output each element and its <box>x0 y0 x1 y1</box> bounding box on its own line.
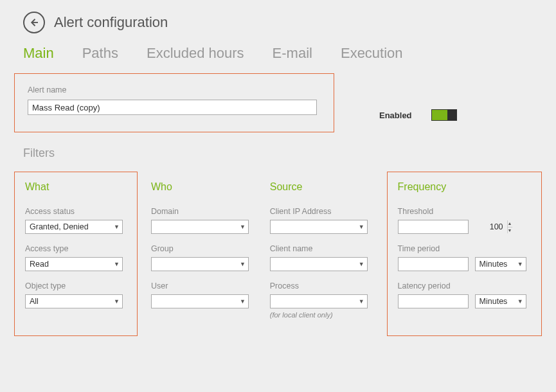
arrow-left-icon <box>28 17 40 28</box>
access-type-label: Access type <box>25 244 127 253</box>
threshold-label: Threshold <box>398 207 531 216</box>
alert-name-card: Alert name <box>14 73 334 132</box>
group-select[interactable]: ▼ <box>151 257 249 271</box>
latency-period-unit-select[interactable]: Minutes ▼ <box>475 294 526 308</box>
threshold-input[interactable] <box>399 220 507 233</box>
process-label: Process <box>270 281 373 290</box>
client-ip-label: Client IP Address <box>270 207 373 216</box>
enabled-toggle[interactable] <box>431 109 457 121</box>
object-type-select[interactable]: All ▼ <box>25 294 123 308</box>
object-type-label: Object type <box>25 281 127 290</box>
client-name-select[interactable]: ▼ <box>270 257 368 271</box>
domain-label: Domain <box>151 207 255 216</box>
group-label: Group <box>151 244 255 253</box>
time-period-unit-select[interactable]: Minutes ▼ <box>475 257 526 271</box>
access-type-value: Read <box>30 260 49 269</box>
tab-main[interactable]: Main <box>23 45 54 62</box>
access-status-select[interactable]: Granted, Denied ▼ <box>25 220 123 234</box>
back-button[interactable] <box>23 12 45 33</box>
client-ip-select[interactable]: ▼ <box>270 220 368 234</box>
page-title: Alert configuration <box>54 14 168 31</box>
domain-select[interactable]: ▼ <box>151 220 249 234</box>
user-label: User <box>151 281 255 290</box>
latency-period-spinner[interactable]: ▲ ▼ <box>398 294 469 308</box>
time-period-label: Time period <box>398 244 531 253</box>
tab-excluded-hours[interactable]: Excluded hours <box>147 45 244 62</box>
client-name-label: Client name <box>270 244 373 253</box>
chevron-down-icon: ▼ <box>359 261 364 267</box>
chevron-down-icon: ▼ <box>517 298 523 305</box>
what-title: What <box>25 181 127 193</box>
enabled-row: Enabled <box>379 98 457 132</box>
alert-name-label: Alert name <box>28 85 321 94</box>
tab-execution[interactable]: Execution <box>341 45 403 62</box>
chevron-down-icon: ▼ <box>517 261 523 267</box>
spinner-down-icon[interactable]: ▼ <box>508 227 512 234</box>
frequency-section: Frequency Threshold ▲ ▼ Time period <box>387 172 542 336</box>
chevron-down-icon: ▼ <box>114 261 120 267</box>
alert-name-input[interactable] <box>28 100 317 115</box>
object-type-value: All <box>30 297 39 306</box>
spinner-up-icon[interactable]: ▲ <box>508 220 512 227</box>
process-footnote: (for local client only) <box>270 311 373 319</box>
time-period-spinner[interactable]: ▲ ▼ <box>398 257 469 271</box>
time-period-unit-value: Minutes <box>480 260 508 269</box>
chevron-down-icon: ▼ <box>240 261 246 267</box>
chevron-down-icon: ▼ <box>240 224 246 230</box>
chevron-down-icon: ▼ <box>359 298 364 305</box>
source-title: Source <box>270 181 373 193</box>
access-status-label: Access status <box>25 207 127 216</box>
chevron-down-icon: ▼ <box>359 224 364 230</box>
what-section: What Access status Granted, Denied ▼ Acc… <box>14 172 138 336</box>
latency-period-label: Latency period <box>398 281 531 290</box>
tab-paths[interactable]: Paths <box>82 45 118 62</box>
who-section: Who Domain ▼ Group ▼ User ▼ <box>149 172 256 336</box>
chevron-down-icon: ▼ <box>114 224 120 230</box>
chevron-down-icon: ▼ <box>114 298 120 305</box>
filters-heading: Filters <box>23 147 542 160</box>
source-section: Source Client IP Address ▼ Client name ▼… <box>268 172 375 336</box>
tab-email[interactable]: E-mail <box>273 45 312 62</box>
latency-period-unit-value: Minutes <box>480 297 508 306</box>
chevron-down-icon: ▼ <box>240 298 246 305</box>
tabs: Main Paths Excluded hours E-mail Executi… <box>23 45 542 62</box>
user-select[interactable]: ▼ <box>151 294 249 308</box>
who-title: Who <box>151 181 255 193</box>
access-type-select[interactable]: Read ▼ <box>25 257 123 271</box>
access-status-value: Granted, Denied <box>30 222 89 231</box>
enabled-label: Enabled <box>379 111 412 120</box>
threshold-spinner[interactable]: ▲ ▼ <box>398 220 469 234</box>
process-select[interactable]: ▼ <box>270 294 368 308</box>
frequency-title: Frequency <box>398 181 531 193</box>
